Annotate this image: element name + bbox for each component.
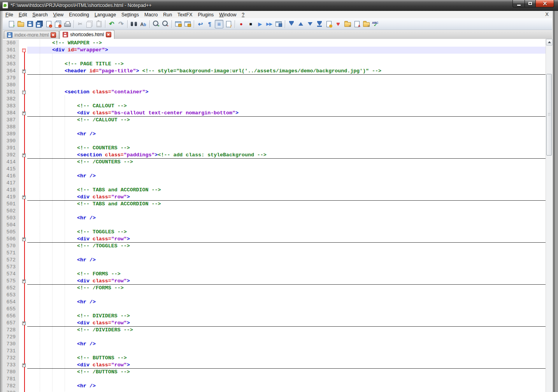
fold-margin[interactable] <box>19 96 27 103</box>
code-text[interactable]: <!-- /DIVIDERS --> <box>27 327 546 334</box>
fold-margin[interactable] <box>19 82 27 89</box>
line-number[interactable]: 572 <box>3 257 19 264</box>
fold-margin[interactable] <box>19 376 27 383</box>
new-file-button[interactable]: + <box>7 20 16 28</box>
fold-margin[interactable] <box>19 264 27 271</box>
fold-margin[interactable] <box>19 124 27 131</box>
fold-margin[interactable]: − <box>19 47 27 54</box>
fold-margin[interactable]: + <box>19 278 27 285</box>
code-text[interactable]: <section class="paddings"><!-- add class… <box>27 152 546 159</box>
close-all-button[interactable]: - <box>54 20 62 28</box>
project-folder-button[interactable]: ∞ <box>343 20 352 28</box>
line-number[interactable]: 656 <box>3 313 19 320</box>
code-text[interactable] <box>27 208 546 215</box>
code-text[interactable]: <div class="bs-callout text-center nomar… <box>27 110 546 117</box>
replace-button[interactable]: Ab <box>139 20 147 28</box>
cut-button[interactable]: ✂ <box>76 20 84 28</box>
menu-item-search[interactable]: Search <box>30 12 50 18</box>
find-button[interactable] <box>130 20 138 28</box>
fold-expand-box[interactable]: + <box>22 70 26 73</box>
menu-item-settings[interactable]: Settings <box>119 12 142 18</box>
fold-margin[interactable] <box>19 292 27 299</box>
fold-collapse-box[interactable]: − <box>22 49 26 52</box>
fold-margin[interactable] <box>19 145 27 152</box>
code-text[interactable]: <!-- DIVIDERS --> <box>27 313 546 320</box>
code-text[interactable] <box>27 124 546 131</box>
code-text[interactable]: <!-- TOGGLES --> <box>27 229 546 236</box>
line-number[interactable]: 730 <box>3 341 19 348</box>
code-text[interactable]: <hr /> <box>27 257 546 264</box>
code-text[interactable] <box>27 292 546 299</box>
code-text[interactable]: <!-- TABS and ACCORDION --> <box>27 201 546 208</box>
line-number[interactable]: 574 <box>3 271 19 278</box>
fold-margin[interactable]: + <box>19 110 27 117</box>
fold-margin[interactable] <box>19 299 27 306</box>
line-number[interactable]: 392 <box>3 152 19 159</box>
fold-margin[interactable] <box>19 187 27 194</box>
menu-item-macro[interactable]: Macro <box>142 12 160 18</box>
code-text[interactable]: <hr /> <box>27 341 546 348</box>
code-text[interactable]: <div class="row"> <box>27 320 546 327</box>
macro-save-button[interactable] <box>274 20 283 28</box>
line-number[interactable]: 654 <box>3 299 19 306</box>
textfx-expand-button[interactable] <box>315 20 324 28</box>
code-text[interactable]: <!-- CALLOUT --> <box>27 103 546 110</box>
code-text[interactable] <box>27 390 546 392</box>
line-number[interactable]: 361 <box>3 47 19 54</box>
code-text[interactable]: <!-- PAGE TITLE --> <box>27 61 546 68</box>
fold-margin[interactable] <box>19 257 27 264</box>
sync-horizontal-button[interactable] <box>183 20 192 28</box>
line-number[interactable]: 733 <box>3 362 19 369</box>
line-number[interactable]: 360 <box>3 40 19 47</box>
copy-button[interactable] <box>85 20 94 28</box>
editor[interactable]: 360<!-- WRAPPER -->361−<div id="wrapper"… <box>3 39 546 392</box>
menu-item-edit[interactable]: Edit <box>16 12 30 18</box>
open-file-button[interactable] <box>16 20 25 28</box>
fold-margin[interactable] <box>19 138 27 145</box>
line-number[interactable]: 415 <box>3 166 19 173</box>
line-number[interactable]: 732 <box>3 355 19 362</box>
code-text[interactable]: <header id="page-title"> <!-- style="bac… <box>27 68 546 75</box>
menu-item-[interactable]: ? <box>239 12 247 18</box>
menu-item-window[interactable]: Window <box>216 12 239 18</box>
tab-shortcodes-html[interactable]: shortcodes.html <box>60 30 114 39</box>
menu-item-file[interactable]: File <box>3 12 16 18</box>
line-number[interactable]: 419 <box>3 194 19 201</box>
fold-margin[interactable] <box>19 229 27 236</box>
line-number[interactable]: 383 <box>3 103 19 110</box>
fold-margin[interactable] <box>19 208 27 215</box>
fold-margin[interactable] <box>19 75 27 82</box>
line-number[interactable]: 652 <box>3 285 19 292</box>
code-text[interactable]: <div class="row"> <box>27 236 546 243</box>
code-text[interactable]: <hr /> <box>27 215 546 222</box>
code-text[interactable] <box>27 54 546 61</box>
zoom-out-button[interactable]: − <box>161 20 170 28</box>
line-number[interactable]: 571 <box>3 250 19 257</box>
fold-margin[interactable] <box>19 173 27 180</box>
zoom-in-button[interactable]: + <box>152 20 160 28</box>
line-number[interactable]: 783 <box>3 390 19 392</box>
code-text[interactable] <box>27 334 546 341</box>
code-text[interactable]: <!-- COUNTERS --> <box>27 145 546 152</box>
fold-margin[interactable] <box>19 54 27 61</box>
line-number[interactable]: 657 <box>3 320 19 327</box>
code-text[interactable] <box>27 82 546 89</box>
print-button[interactable] <box>63 20 72 28</box>
menu-item-run[interactable]: Run <box>160 12 175 18</box>
line-number[interactable]: 655 <box>3 306 19 313</box>
show-all-chars-button[interactable]: ¶ <box>205 20 214 28</box>
fold-margin[interactable] <box>19 383 27 390</box>
line-number[interactable]: 502 <box>3 208 19 215</box>
redo-button[interactable]: ↷ <box>117 20 125 28</box>
fold-margin[interactable]: + <box>19 194 27 201</box>
line-number[interactable]: 390 <box>3 138 19 145</box>
textfx-down-button[interactable] <box>306 20 314 28</box>
line-number[interactable]: 417 <box>3 180 19 187</box>
fold-expand-box[interactable]: + <box>22 112 26 115</box>
fold-expand-box[interactable]: + <box>22 364 26 367</box>
line-number[interactable]: 653 <box>3 292 19 299</box>
macro-record-button[interactable]: ● <box>237 20 246 28</box>
code-text[interactable]: <div class="row"> <box>27 362 546 369</box>
fold-margin[interactable] <box>19 215 27 222</box>
fold-margin[interactable] <box>19 180 27 187</box>
